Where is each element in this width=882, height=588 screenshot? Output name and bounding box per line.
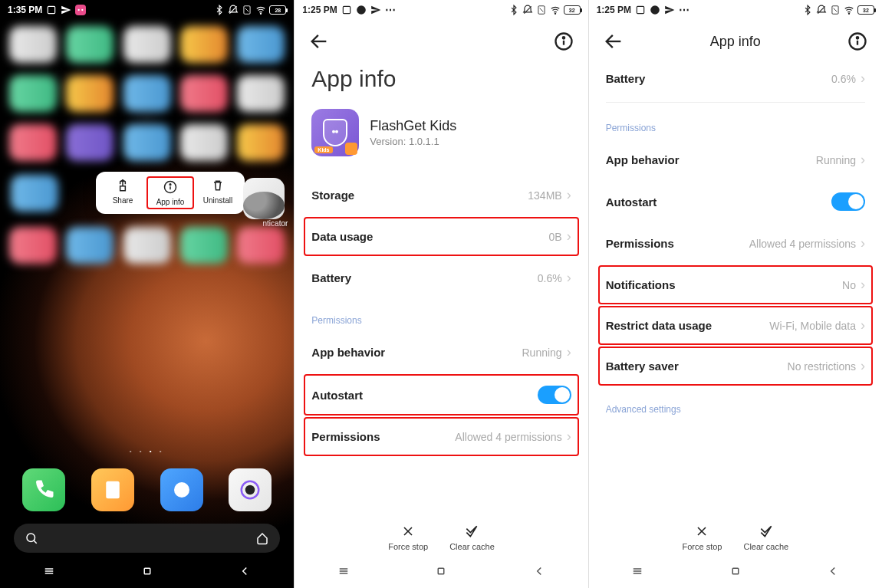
blurred-app-icon[interactable] (66, 124, 114, 161)
status-bar: 1:35 PM 28 (0, 0, 294, 20)
divider (606, 102, 865, 103)
row-data-usage[interactable]: Data usage 0B› (304, 217, 578, 256)
blurred-app-icon[interactable] (9, 227, 57, 264)
row-restrict-data[interactable]: Restrict data usage Wi-Fi, Mobile data› (598, 306, 873, 345)
blurred-app-icon[interactable] (180, 75, 228, 112)
blurred-app-icon[interactable] (123, 124, 171, 161)
blurred-app-icon[interactable] (123, 26, 171, 63)
battery-icon: 32 (564, 5, 581, 15)
bluetooth-icon (508, 5, 519, 15)
screen-home: 1:35 PM 28 (0, 0, 294, 588)
row-battery-saver[interactable]: Battery saver No restrictions› (598, 347, 873, 386)
nav-back[interactable] (532, 564, 546, 581)
dock-browser-icon[interactable] (160, 468, 203, 511)
info-button[interactable] (553, 31, 574, 52)
popup-app-info[interactable]: App info (146, 176, 194, 209)
wifi-icon (844, 5, 854, 15)
row-app-behavior[interactable]: App behavior Running› (304, 332, 578, 373)
nav-home[interactable] (140, 564, 154, 581)
row-notifications[interactable]: Notifications No› (598, 265, 873, 304)
force-stop-button[interactable]: Force stop (682, 524, 722, 551)
svg-point-6 (261, 13, 262, 14)
download-badge-icon (345, 143, 357, 155)
nav-home[interactable] (729, 564, 742, 581)
app-version: Version: 1.0.1.1 (370, 136, 456, 147)
chevron-right-icon: › (861, 152, 865, 168)
popup-uninstall[interactable]: Uninstall (194, 176, 242, 209)
dock-notes-icon[interactable] (91, 468, 134, 511)
row-storage[interactable]: Storage 134MB› (304, 175, 578, 215)
authenticator-app-icon[interactable] (243, 178, 285, 219)
popup-share[interactable]: Share (99, 176, 146, 209)
clear-cache-button[interactable]: Clear cache (449, 524, 495, 551)
blurred-app-icon[interactable] (9, 26, 57, 63)
row-autostart[interactable]: Autostart (598, 180, 873, 223)
row-permissions[interactable]: Permissions Allowed 4 permissions› (598, 223, 873, 264)
row-battery[interactable]: Battery 0.6%› (598, 58, 873, 99)
blurred-app-icon[interactable] (180, 26, 228, 63)
blurred-app-icon[interactable] (237, 227, 285, 264)
blurred-app-icon[interactable] (237, 124, 285, 161)
dock-camera-icon[interactable] (229, 468, 272, 511)
blurred-app-icon[interactable] (237, 75, 285, 112)
svg-line-5 (245, 8, 249, 12)
status-app-icon (635, 5, 646, 15)
back-button[interactable] (308, 31, 330, 52)
page-indicator: • • • • (0, 442, 294, 461)
no-sim-icon (830, 5, 841, 15)
autostart-toggle[interactable] (538, 386, 571, 404)
nav-home[interactable] (434, 564, 448, 581)
blurred-app-icon[interactable] (180, 227, 228, 264)
row-permissions[interactable]: Permissions Allowed 4 permissions› (304, 417, 578, 456)
nav-bar (0, 557, 294, 588)
status-time: 1:25 PM (302, 5, 337, 15)
blurred-app-icon[interactable] (66, 227, 114, 264)
svg-rect-38 (637, 6, 643, 13)
svg-point-25 (555, 13, 555, 14)
svg-rect-53 (732, 568, 739, 574)
screen-appinfo-1: 1:25 PM ⋯ 32 App info Kids FlashGet Kids… (294, 0, 587, 588)
nav-back[interactable] (238, 564, 252, 581)
autostart-toggle[interactable] (831, 192, 865, 211)
blurred-app-icon[interactable] (123, 227, 171, 264)
dnd-icon (228, 5, 239, 15)
battery-icon: 32 (857, 5, 874, 15)
blurred-app-icon[interactable] (123, 75, 171, 112)
blurred-app-icon[interactable] (11, 175, 58, 212)
screen-appinfo-2: 1:25 PM ⋯ 32 App info Battery 0.6%› Perm… (588, 0, 882, 588)
row-autostart[interactable]: Autostart (304, 374, 578, 416)
section-permissions: Permissions (304, 298, 578, 332)
blurred-app-icon[interactable] (66, 26, 114, 63)
page-title: App info (295, 58, 587, 106)
chevron-right-icon: › (567, 228, 571, 245)
back-button[interactable] (603, 31, 624, 52)
row-app-behavior[interactable]: App behavior Running› (598, 140, 873, 180)
status-send-icon (370, 5, 381, 15)
page-title: App info (710, 34, 761, 50)
chevron-right-icon: › (861, 317, 865, 333)
blurred-app-icon[interactable] (237, 26, 285, 63)
svg-rect-37 (439, 568, 445, 574)
row-battery[interactable]: Battery 0.6%› (304, 258, 578, 298)
svg-point-9 (169, 184, 171, 186)
clear-cache-button[interactable]: Clear cache (743, 524, 788, 551)
info-button[interactable] (847, 31, 868, 52)
nav-recents[interactable] (337, 564, 350, 581)
search-bar[interactable] (14, 524, 280, 553)
blurred-app-icon[interactable] (9, 75, 57, 112)
svg-point-21 (357, 5, 366, 15)
section-permissions: Permissions (598, 106, 873, 140)
nav-recents[interactable] (42, 564, 56, 581)
blurred-app-icon[interactable] (66, 75, 114, 112)
svg-point-29 (562, 37, 564, 38)
dock-phone-icon[interactable] (22, 468, 65, 511)
force-stop-button[interactable]: Force stop (388, 524, 428, 551)
dnd-icon (816, 5, 827, 15)
blurred-app-icon[interactable] (9, 124, 57, 161)
nav-back[interactable] (826, 564, 840, 581)
nav-bar (295, 557, 587, 588)
no-sim-icon (242, 5, 252, 15)
home-shape-icon (255, 531, 269, 545)
blurred-app-icon[interactable] (180, 124, 228, 161)
nav-recents[interactable] (630, 564, 644, 581)
